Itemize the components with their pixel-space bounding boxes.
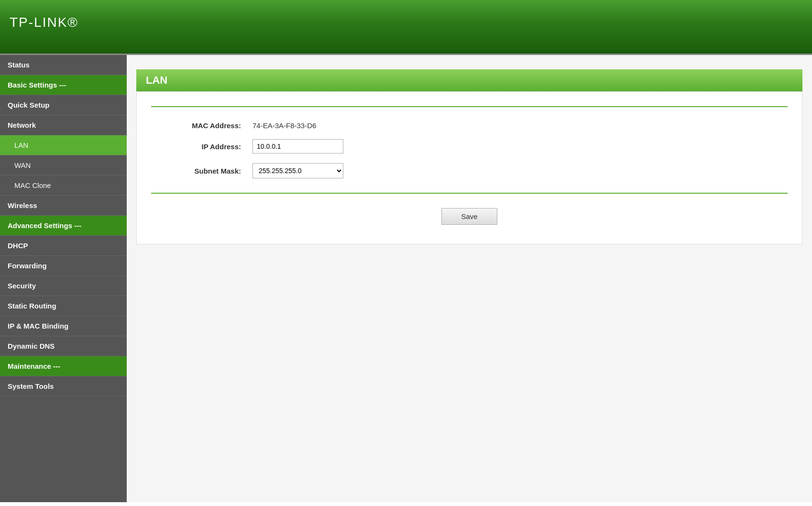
ip-address-row: IP Address: — [151, 134, 788, 158]
page-title: LAN — [146, 74, 793, 87]
sidebar-item-network[interactable]: Network — [0, 115, 127, 135]
main-content: LAN MAC Address: 74-EA-3A-F8-33-D6 IP Ad… — [127, 55, 812, 502]
header: TP-LINK® — [0, 0, 812, 55]
sidebar-item-static-routing[interactable]: Static Routing — [0, 296, 127, 316]
sidebar-item-forwarding[interactable]: Forwarding — [0, 256, 127, 276]
sidebar-item-maintenance[interactable]: Maintenance --- — [0, 356, 127, 376]
sidebar-item-system-tools[interactable]: System Tools — [0, 376, 127, 396]
sidebar-item-wan[interactable]: WAN — [0, 155, 127, 176]
sidebar-item-quick-setup[interactable]: Quick Setup — [0, 95, 127, 115]
sidebar-item-advanced-settings[interactable]: Advanced Settings --- — [0, 216, 127, 236]
sidebar-item-wireless[interactable]: Wireless — [0, 196, 127, 216]
logo: TP-LINK® — [10, 14, 78, 40]
sidebar-item-basic-settings[interactable]: Basic Settings --- — [0, 75, 127, 95]
content-area: MAC Address: 74-EA-3A-F8-33-D6 IP Addres… — [136, 91, 802, 244]
sidebar-item-security[interactable]: Security — [0, 276, 127, 296]
mac-address-row: MAC Address: 74-EA-3A-F8-33-D6 — [151, 117, 788, 134]
bottom-divider — [151, 193, 788, 194]
save-button[interactable]: Save — [441, 208, 497, 225]
sidebar-item-mac-clone[interactable]: MAC Clone — [0, 176, 127, 196]
sidebar: StatusBasic Settings ---Quick SetupNetwo… — [0, 55, 127, 502]
subnet-mask-label: Subnet Mask: — [151, 158, 247, 183]
sidebar-item-dhcp[interactable]: DHCP — [0, 236, 127, 256]
sidebar-item-ip-mac-binding[interactable]: IP & MAC Binding — [0, 316, 127, 336]
ip-address-cell — [247, 134, 788, 158]
logo-trademark: ® — [67, 15, 78, 30]
ip-address-input[interactable] — [252, 139, 343, 154]
layout: StatusBasic Settings ---Quick SetupNetwo… — [0, 55, 812, 502]
lan-form: MAC Address: 74-EA-3A-F8-33-D6 IP Addres… — [151, 117, 788, 183]
mac-address-label: MAC Address: — [151, 117, 247, 134]
sidebar-item-lan[interactable]: LAN — [0, 135, 127, 155]
sidebar-item-status[interactable]: Status — [0, 55, 127, 75]
subnet-mask-select[interactable]: 255.255.255.0255.255.0.0255.0.0.0 — [252, 163, 343, 178]
logo-text: TP-LINK — [10, 15, 67, 30]
save-btn-row: Save — [151, 203, 788, 234]
subnet-mask-row: Subnet Mask: 255.255.255.0255.255.0.0255… — [151, 158, 788, 183]
page-header-bar: LAN — [136, 69, 802, 91]
subnet-mask-cell: 255.255.255.0255.255.0.0255.0.0.0 — [247, 158, 788, 183]
ip-address-label: IP Address: — [151, 134, 247, 158]
sidebar-item-dynamic-dns[interactable]: Dynamic DNS — [0, 336, 127, 356]
top-divider — [151, 106, 788, 107]
mac-address-value: 74-EA-3A-F8-33-D6 — [247, 117, 788, 134]
